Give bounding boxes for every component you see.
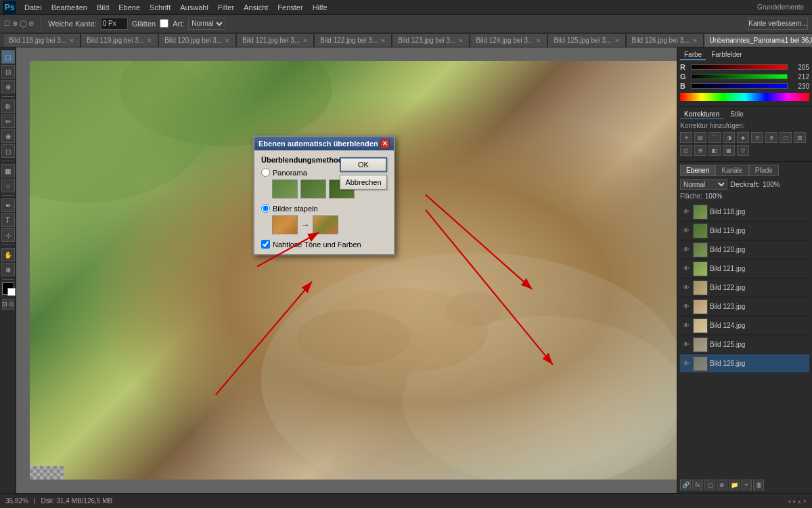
menu-fenster[interactable]: Fenster: [273, 2, 307, 13]
corr-brightness[interactable]: ☀: [680, 132, 692, 143]
tab-bild126[interactable]: Bild 126.jpg bei 3... ✕: [626, 33, 704, 47]
tool-brush[interactable]: ✏: [1, 114, 15, 128]
tab-farbfelder[interactable]: Farbfelder: [707, 50, 746, 60]
dialog-ok-button[interactable]: OK: [340, 157, 387, 172]
layer-eye-121[interactable]: 👁: [681, 264, 691, 274]
tool-eraser[interactable]: ◻: [1, 144, 15, 158]
tool-clone[interactable]: ⊕: [1, 129, 15, 143]
layer-link-button[interactable]: 🔗: [680, 480, 691, 490]
menu-ansicht[interactable]: Ansicht: [240, 2, 272, 13]
layer-row-124[interactable]: 👁 Bild 124.jpg: [680, 316, 809, 335]
layer-eye-124[interactable]: 👁: [681, 321, 691, 331]
blend-mode-select[interactable]: Normal: [680, 179, 727, 190]
art-select[interactable]: Normal: [188, 18, 225, 30]
layer-adjustment-button[interactable]: ⊕: [717, 480, 727, 490]
dialog-radio-stapeln-row: Bilder stapeln: [261, 204, 387, 213]
tab-bild123[interactable]: Bild 123.jpg bei 3... ✕: [392, 33, 470, 47]
radio-stapeln[interactable]: [261, 204, 270, 213]
weiche-kante-input[interactable]: [101, 18, 128, 30]
dialog-cancel-button[interactable]: Abbrechen: [340, 175, 387, 190]
layer-row-126[interactable]: 👁 Bild 126.jpg: [680, 354, 809, 373]
layer-eye-123[interactable]: 👁: [681, 302, 691, 312]
tool-pen[interactable]: ✒: [1, 198, 15, 212]
layer-fx-button[interactable]: fx: [692, 480, 703, 490]
menu-schrift[interactable]: Schrift: [145, 2, 175, 13]
menu-ebene[interactable]: Ebene: [114, 2, 144, 13]
layer-new-button[interactable]: +: [741, 480, 752, 490]
tab-korrekturen[interactable]: Korrekturen: [680, 110, 723, 119]
corr-vibrance[interactable]: ◈: [737, 132, 749, 143]
dialog-close-button[interactable]: ✕: [380, 139, 390, 148]
layer-eye-122[interactable]: 👁: [681, 283, 691, 293]
tab-close-bild118[interactable]: ✕: [69, 37, 74, 44]
layer-row-122[interactable]: 👁 Bild 122.jpg: [680, 278, 809, 297]
menu-bild[interactable]: Bild: [93, 2, 113, 13]
tab-bild125[interactable]: Bild 125.jpg bei 3... ✕: [547, 33, 625, 47]
layer-row-119[interactable]: 👁 Bild 119.jpg: [680, 221, 809, 240]
tab-close-bild121[interactable]: ✕: [302, 37, 308, 44]
tool-eyedropper[interactable]: ⊕: [1, 80, 15, 93]
tool-selection[interactable]: ▢: [1, 50, 15, 64]
layer-row-121[interactable]: 👁 Bild 121.jpg: [680, 259, 809, 278]
layer-row-123[interactable]: 👁 Bild 123.jpg: [680, 297, 809, 316]
glatten-checkbox[interactable]: [160, 19, 168, 28]
menu-datei[interactable]: Datei: [20, 2, 46, 13]
tab-ebenen[interactable]: Ebenen: [680, 165, 715, 176]
tab-close-bild119[interactable]: ✕: [147, 37, 152, 44]
tool-spot-heal[interactable]: ⚙: [1, 100, 15, 113]
tool-hand[interactable]: ✋: [1, 248, 15, 261]
layer-eye-118[interactable]: 👁: [681, 207, 691, 217]
tool-gradient[interactable]: ▦: [1, 164, 15, 177]
corr-channelmixer[interactable]: ▥: [794, 132, 806, 143]
layer-eye-119[interactable]: 👁: [681, 226, 691, 236]
layer-group-button[interactable]: 📁: [729, 480, 740, 490]
menu-auswahl[interactable]: Auswahl: [176, 2, 212, 13]
corr-select[interactable]: ▽: [737, 145, 749, 156]
tool-dodge[interactable]: ○: [1, 179, 15, 192]
layer-eye-120[interactable]: 👁: [681, 245, 691, 255]
tool-path[interactable]: ⊹: [1, 228, 15, 242]
tool-crop[interactable]: ⊡: [1, 65, 15, 79]
layer-delete-button[interactable]: 🗑: [753, 480, 764, 490]
kante-verbessern-button[interactable]: Kante verbessern...: [748, 18, 808, 30]
tab-stile[interactable]: Stile: [726, 110, 747, 119]
tool-zoom[interactable]: ⊕: [1, 263, 15, 276]
dialog-arrow-icon: →: [300, 215, 310, 234]
tab-bild121[interactable]: Bild 121.jpg bei 3... ✕: [236, 33, 314, 47]
layer-row-120[interactable]: 👁 Bild 120.jpg: [680, 240, 809, 259]
layer-eye-125[interactable]: 👁: [681, 340, 691, 350]
menu-bearbeiten[interactable]: Bearbeiten: [47, 2, 91, 13]
layer-row-118[interactable]: 👁 Bild 118.jpg: [680, 203, 809, 221]
tab-bild122[interactable]: Bild 122.jpg bei 3... ✕: [314, 33, 392, 47]
tab-kanaele[interactable]: Kanäle: [715, 165, 748, 176]
color-rainbow-strip: [680, 93, 809, 101]
corr-colorbalance[interactable]: ⊕: [765, 132, 777, 143]
corr-hsl[interactable]: ⊙: [751, 132, 763, 143]
layer-eye-126[interactable]: 👁: [681, 359, 691, 368]
tab-bild118[interactable]: Bild 118.jpg bei 3... ✕: [3, 33, 81, 47]
corr-exposure[interactable]: ◑: [723, 132, 735, 143]
tab-close-bild120[interactable]: ✕: [225, 37, 230, 44]
corr-invert[interactable]: ⊞: [694, 145, 706, 156]
tool-foreground-color[interactable]: [2, 282, 14, 295]
corr-curves[interactable]: ⌒: [708, 132, 721, 143]
tab-bild120[interactable]: Bild 120.jpg bei 3... ✕: [158, 33, 236, 47]
corr-photo[interactable]: □: [780, 132, 792, 143]
tab-bild119[interactable]: Bild 119.jpg bei 3... ✕: [81, 33, 158, 47]
corr-gradient[interactable]: ▦: [723, 145, 735, 156]
corr-colorlookup[interactable]: ◫: [680, 145, 692, 156]
menu-filter[interactable]: Filter: [214, 2, 238, 13]
tool-text[interactable]: T: [1, 213, 15, 227]
corr-threshold[interactable]: ◧: [708, 145, 721, 156]
layer-thumb-122: [693, 280, 708, 295]
radio-panorama[interactable]: [261, 168, 270, 177]
tab-bild124[interactable]: Bild 124.jpg bei 3... ✕: [470, 33, 547, 47]
tab-pfade[interactable]: Pfade: [749, 165, 779, 176]
checkbox-nahtlose[interactable]: [261, 240, 270, 249]
tab-farbe[interactable]: Farbe: [680, 50, 706, 60]
corr-levels[interactable]: ▤: [694, 132, 706, 143]
layer-row-125[interactable]: 👁 Bild 125.jpg: [680, 335, 809, 354]
tab-panorama[interactable]: Unbenanntes_Panorama1 bei 36,8% (RGB/8) …: [704, 33, 812, 47]
layer-mask-button[interactable]: ◻: [704, 480, 715, 490]
menu-hilfe[interactable]: Hilfe: [309, 2, 332, 13]
